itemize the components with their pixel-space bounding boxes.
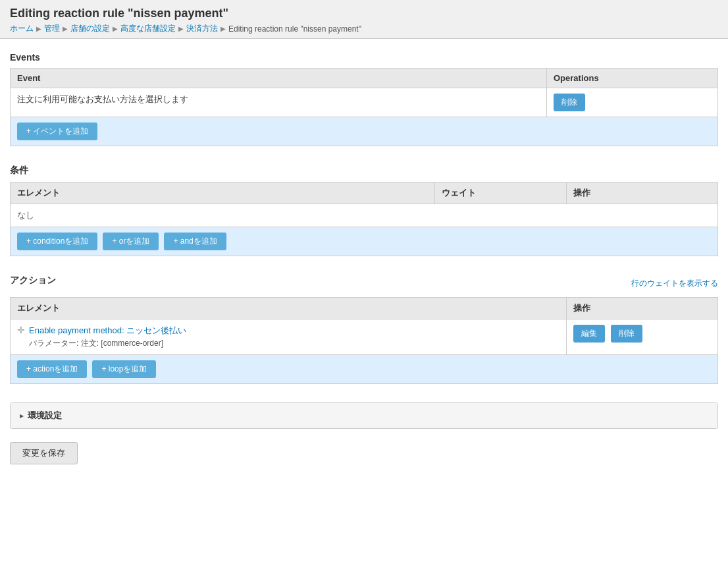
breadcrumb-admin[interactable]: 管理 (44, 23, 60, 34)
add-or-button[interactable]: + orを追加 (103, 233, 159, 250)
sep-4: ▶ (178, 25, 184, 32)
events-header-row: Event Operations (11, 69, 718, 88)
action-item-content: Enable payment method: ニッセン後払い パラメーター: 注… (29, 325, 186, 349)
conditions-add-cell: + conditionを追加 + orを追加 + andを追加 (11, 227, 718, 256)
breadcrumb-home[interactable]: ホーム (10, 23, 34, 34)
save-button[interactable]: 変更を保存 (10, 442, 78, 464)
title-bar: Editing reaction rule "nissen payment" ホ… (0, 0, 728, 39)
action-delete-button[interactable]: 削除 (611, 325, 642, 343)
conditions-header-row: エレメント ウェイト 操作 (11, 182, 718, 204)
add-condition-button[interactable]: + conditionを追加 (17, 233, 97, 250)
conditions-empty-cell: なし (11, 204, 718, 227)
events-col-operations: Operations (547, 69, 718, 88)
event-delete-button[interactable]: 削除 (554, 94, 585, 111)
table-row: 注文に利用可能なお支払い方法を選択します 削除 (11, 88, 718, 117)
drag-handle-icon: ✛ (17, 325, 25, 335)
action-item-title: Enable payment method: ニッセン後払い (29, 325, 186, 337)
env-arrow-icon: ▸ (20, 412, 24, 420)
action-ops-cell: 編集 削除 (567, 319, 718, 355)
actions-title: アクション (10, 275, 56, 287)
actions-add-row: + actionを追加 + loopを追加 (11, 355, 718, 384)
actions-col-element: エレメント (11, 298, 567, 319)
actions-table: エレメント 操作 ✛ Enable payment method: ニッセン後払… (10, 297, 718, 384)
sep-3: ▶ (113, 25, 118, 32)
add-event-button[interactable]: + イベントを追加 (17, 123, 97, 140)
conditions-empty-row: なし (11, 204, 718, 227)
conditions-add-row: + conditionを追加 + orを追加 + andを追加 (11, 227, 718, 256)
events-col-event: Event (11, 69, 547, 88)
breadcrumb-advanced[interactable]: 高度な店舗設定 (120, 23, 176, 34)
events-add-cell: + イベントを追加 (11, 117, 718, 146)
conditions-col-action: 操作 (567, 182, 718, 204)
actions-header-row: エレメント 操作 (11, 298, 718, 319)
event-cell: 注文に利用可能なお支払い方法を選択します (11, 88, 547, 117)
show-weight-link[interactable]: 行のウェイトを表示する (631, 278, 718, 289)
conditions-section: 条件 エレメント ウェイト 操作 なし + condi (10, 165, 718, 256)
conditions-col-element: エレメント (11, 182, 435, 204)
sep-2: ▶ (63, 25, 68, 32)
add-action-button[interactable]: + actionを追加 (17, 360, 87, 378)
add-and-button[interactable]: + andを追加 (164, 233, 226, 250)
conditions-empty-text: なし (17, 210, 34, 220)
action-item-param: パラメーター: 注文: [commerce-order] (29, 338, 186, 349)
breadcrumb-store-settings[interactable]: 店舗の設定 (70, 23, 110, 34)
sep-5: ▶ (221, 25, 226, 32)
event-operations-cell: 削除 (547, 88, 718, 117)
sep-1: ▶ (36, 25, 41, 32)
events-table: Event Operations 注文に利用可能なお支払い方法を選択します 削除… (10, 68, 718, 146)
actions-add-cell: + actionを追加 + loopを追加 (11, 355, 718, 384)
events-title: Events (10, 52, 718, 63)
page-title: Editing reaction rule "nissen payment" (10, 7, 718, 20)
actions-section: アクション 行のウェイトを表示する エレメント 操作 ✛ Enable paym… (10, 275, 718, 384)
actions-add-buttons: + actionを追加 + loopを追加 (17, 360, 711, 378)
action-edit-button[interactable]: 編集 (573, 325, 605, 343)
env-section-title: 環境設定 (28, 410, 62, 422)
events-add-row: + イベントを追加 (11, 117, 718, 146)
main-content: Events Event Operations 注文に利用可能なお支払い方法を選… (0, 39, 728, 478)
actions-col-action: 操作 (567, 298, 718, 319)
actions-header-row: アクション 行のウェイトを表示する (10, 275, 718, 292)
breadcrumb-current: Editing reaction rule "nissen payment" (228, 24, 361, 34)
breadcrumb-payment[interactable]: 決済方法 (186, 23, 218, 34)
conditions-col-weight: ウェイト (435, 182, 567, 204)
action-element-cell: ✛ Enable payment method: ニッセン後払い パラメーター:… (11, 319, 567, 355)
add-loop-button[interactable]: + loopを追加 (92, 360, 156, 378)
table-row: ✛ Enable payment method: ニッセン後払い パラメーター:… (11, 319, 718, 355)
save-area: 変更を保存 (10, 442, 718, 464)
conditions-table: エレメント ウェイト 操作 なし + conditionを追加 + orを追加 (10, 182, 718, 256)
breadcrumb: ホーム ▶ 管理 ▶ 店舗の設定 ▶ 高度な店舗設定 ▶ 決済方法 ▶ Edit… (10, 23, 718, 34)
conditions-title: 条件 (10, 165, 718, 177)
env-section: ▸ 環境設定 (10, 402, 718, 429)
env-section-header[interactable]: ▸ 環境設定 (11, 403, 717, 428)
events-section: Events Event Operations 注文に利用可能なお支払い方法を選… (10, 52, 718, 146)
conditions-add-buttons: + conditionを追加 + orを追加 + andを追加 (17, 233, 711, 250)
